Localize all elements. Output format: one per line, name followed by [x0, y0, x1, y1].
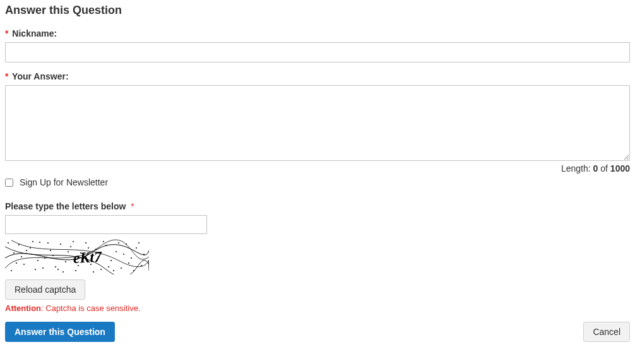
page-title: Answer this Question [5, 4, 630, 17]
captcha-label-text: Please type the letters below [5, 201, 126, 211]
svg-point-31 [42, 267, 44, 269]
svg-point-45 [47, 242, 49, 244]
answer-label-text: Your Answer: [12, 71, 68, 81]
length-counter: Length: 0 of 1000 [5, 163, 630, 173]
svg-point-25 [131, 257, 132, 259]
svg-point-12 [65, 261, 66, 262]
svg-point-4 [23, 264, 25, 265]
actions-row: Answer this Question Cancel [5, 322, 630, 342]
captcha-image: eKt7 [5, 239, 149, 274]
svg-point-13 [70, 246, 71, 247]
svg-point-5 [30, 247, 31, 249]
captcha-section: Please type the letters below * [5, 201, 630, 313]
svg-point-6 [35, 269, 36, 270]
svg-point-16 [85, 242, 86, 244]
nickname-label: * Nickname: [5, 28, 630, 38]
svg-point-11 [60, 244, 61, 245]
svg-point-52 [118, 242, 119, 244]
svg-point-19 [100, 269, 102, 270]
svg-point-10 [55, 266, 56, 267]
svg-point-38 [113, 270, 114, 271]
captcha-attention: Attention: Captcha is case sensitive. [5, 303, 630, 313]
submit-button[interactable]: Answer this Question [5, 322, 115, 342]
answer-field: * Your Answer: [5, 71, 630, 161]
newsletter-label: Sign Up for Newsletter [20, 177, 108, 187]
length-max: 1000 [610, 163, 630, 173]
svg-point-44 [37, 260, 39, 261]
nickname-label-text: Nickname: [12, 28, 57, 38]
answer-label: * Your Answer: [5, 71, 630, 81]
captcha-input[interactable] [5, 215, 207, 234]
svg-point-22 [116, 251, 117, 252]
svg-point-53 [128, 262, 129, 264]
svg-point-24 [126, 244, 127, 245]
svg-point-9 [50, 250, 51, 251]
svg-point-26 [136, 247, 137, 249]
svg-point-8 [44, 257, 45, 259]
reload-captcha-button[interactable]: Reload captcha [5, 279, 85, 300]
svg-point-23 [121, 267, 122, 269]
required-star-icon: * [5, 28, 8, 38]
nickname-input[interactable] [5, 42, 630, 62]
svg-point-54 [138, 242, 139, 244]
svg-point-34 [73, 241, 74, 242]
length-prefix: Length: [561, 163, 593, 173]
svg-point-43 [26, 250, 27, 251]
svg-point-1 [8, 242, 9, 244]
cancel-button[interactable]: Cancel [583, 322, 630, 342]
svg-point-40 [133, 270, 134, 271]
svg-point-39 [123, 254, 124, 255]
required-star-icon: * [5, 71, 8, 81]
required-star-icon: * [131, 201, 134, 211]
svg-point-21 [110, 260, 112, 261]
svg-text:eKt7: eKt7 [73, 249, 103, 266]
answer-textarea[interactable] [5, 85, 630, 161]
attention-text: : Captcha is case sensitive. [41, 303, 141, 313]
svg-point-2 [13, 252, 15, 254]
svg-point-46 [57, 269, 59, 270]
length-separator: of [598, 163, 610, 173]
svg-point-20 [105, 245, 107, 246]
svg-point-29 [21, 256, 22, 257]
svg-point-7 [39, 242, 40, 243]
svg-point-42 [16, 262, 17, 264]
svg-point-41 [143, 254, 145, 255]
newsletter-checkbox[interactable] [5, 179, 13, 187]
newsletter-row: Sign Up for Newsletter [5, 177, 630, 187]
svg-point-3 [18, 244, 20, 245]
svg-point-32 [52, 255, 54, 256]
attention-label: Attention [5, 303, 41, 313]
svg-point-37 [103, 241, 104, 242]
svg-point-51 [108, 266, 109, 267]
svg-point-30 [32, 241, 33, 242]
nickname-field: * Nickname: [5, 28, 630, 62]
svg-point-36 [93, 271, 94, 273]
svg-point-14 [75, 270, 76, 271]
svg-point-28 [11, 270, 12, 271]
captcha-label: Please type the letters below * [5, 201, 630, 211]
svg-point-33 [62, 271, 64, 273]
svg-point-27 [141, 265, 142, 266]
svg-point-47 [68, 251, 69, 252]
